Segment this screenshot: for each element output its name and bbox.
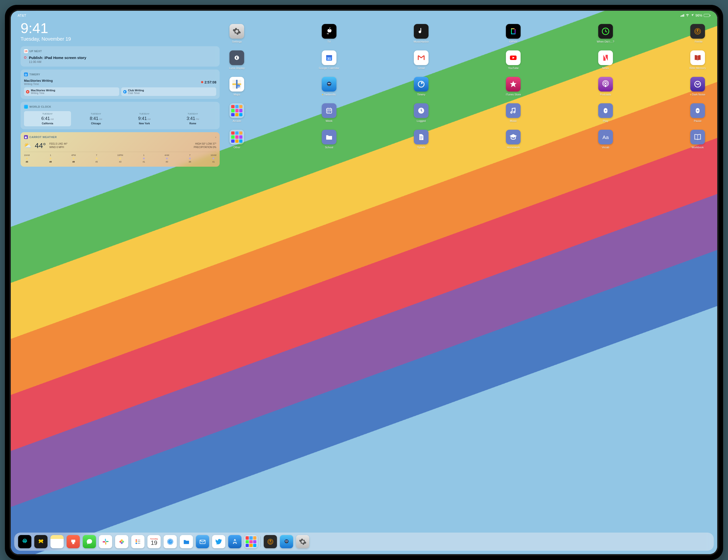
dock-mail[interactable] (196, 535, 209, 548)
dark-noise-icon (690, 77, 705, 92)
play-icon: ▶ (26, 90, 29, 94)
dock-calendar[interactable]: Tuesday 19 (147, 535, 161, 548)
when-did-i--icon (598, 24, 613, 39)
dock-slack[interactable] (99, 535, 112, 548)
svg-point-29 (329, 111, 329, 111)
dock-twitterrific[interactable] (280, 535, 293, 548)
carrot-widget[interactable]: ◉ CARROT WEATHER › ⛅ 44° FEELS LIKE 44° … (21, 132, 220, 167)
dock-twitter[interactable] (212, 535, 225, 548)
worldclock-cell[interactable]: TUESDAY 9:41 AM New York (121, 111, 168, 126)
app-syllabi[interactable]: Syllabi (411, 130, 431, 149)
timery-widget[interactable]: ◷ TIMERY MacStories Writing Writing Time… (21, 70, 220, 99)
worldclock-cell[interactable]: TUESDAY 6:41 AM California (24, 111, 71, 126)
dock-appstore[interactable] (228, 535, 241, 548)
app-play[interactable]: Play (596, 103, 615, 122)
app-giphy[interactable]: GIPHY (503, 24, 523, 43)
svg-rect-1 (511, 28, 512, 34)
app-label: Podcasts (600, 93, 611, 96)
svg-point-20 (328, 83, 329, 84)
play-icon (598, 103, 613, 118)
app-news[interactable]: News (596, 50, 615, 70)
calendar-icon: 19 (24, 49, 28, 53)
dock-safari[interactable] (164, 535, 177, 548)
app-label: MusicHarbor (414, 40, 429, 43)
dock-keynote[interactable] (67, 535, 80, 548)
wc-time: 3:41 PM (170, 116, 216, 121)
app-pause[interactable]: Pause (688, 103, 707, 122)
app-luna-display[interactable]: Luna Display (227, 50, 247, 70)
worldclock-widget[interactable]: 🌐 WORLD CLOCK TUESDAY 6:41 AM California… (21, 102, 220, 129)
folder-icon (229, 103, 244, 118)
app-other[interactable]: Other (227, 130, 247, 149)
screen: AT&T 96% 9:41 Tuesday, November 19 19 UP… (11, 11, 717, 554)
app-label: Bible Memory (689, 67, 706, 70)
app-workbook[interactable]: Workbook (688, 130, 707, 149)
settings-icon (229, 24, 244, 39)
app-youtube[interactable]: YouTube (503, 50, 523, 70)
tweetbot-icon (322, 77, 336, 92)
dock-reminders[interactable] (131, 535, 144, 548)
battery-icon (704, 14, 710, 17)
app-music[interactable]: Music (503, 103, 523, 122)
news-icon (598, 50, 613, 65)
app-timery[interactable]: Timery (411, 77, 431, 96)
google-calendar-icon: 31 (322, 50, 336, 65)
app-tweetbot[interactable]: Twitterrific (319, 77, 339, 96)
app-when-did-i-[interactable]: When Did I…? (596, 24, 615, 43)
worldclock-cell[interactable]: TUESDAY 8:41 AM Chicago (72, 111, 119, 126)
app-bible-memory[interactable]: Bible Memory (688, 50, 707, 70)
app-ferrite[interactable]: Ferrite (688, 24, 707, 43)
dock-shortcuts-folder[interactable] (244, 535, 258, 548)
app-podcasts[interactable]: Podcasts (596, 77, 615, 96)
upnext-header: UP NEXT (29, 50, 42, 53)
signal-icon (680, 14, 684, 17)
svg-rect-44 (103, 541, 105, 542)
app-label: When Did I…? (597, 40, 614, 43)
logged-icon (414, 103, 429, 118)
app-itunes-store[interactable]: iTunes Store (503, 77, 523, 96)
hourly-cell: 10PM 43 (117, 154, 123, 164)
app-label: Vocab (602, 146, 609, 149)
app-vocab[interactable]: AaVocab (596, 130, 615, 149)
homework-icon (506, 130, 521, 144)
dock-ferrite[interactable] (264, 535, 277, 548)
dock-settings[interactable] (296, 535, 309, 548)
dock-touchid[interactable] (18, 535, 31, 548)
app-label: Workbook (692, 146, 704, 149)
app-school[interactable]: School (319, 130, 339, 149)
app-settings[interactable]: Settings (227, 24, 247, 43)
pause-icon (690, 103, 705, 118)
timery-header: TIMERY (29, 73, 40, 76)
app-musicharbor[interactable]: MusicHarbor (411, 24, 431, 43)
timer-card[interactable]: ▶ MacStories Writing Writing Time (24, 87, 119, 96)
dock-photos[interactable] (115, 535, 128, 548)
app-google-calendar[interactable]: 31Google Calendar (319, 50, 339, 70)
app-tv[interactable]: tvTV (319, 24, 339, 43)
wc-time: 6:41 AM (24, 116, 71, 121)
app-gmail[interactable]: Gmail (411, 50, 431, 70)
dock-notes[interactable] (50, 535, 64, 548)
svg-rect-40 (72, 542, 74, 543)
app-label: Homework (507, 146, 520, 149)
wc-day: TUESDAY (170, 113, 216, 115)
timer-card[interactable]: ▶ Club Writing Club Timer (121, 87, 216, 96)
worldclock-cell[interactable]: TUESDAY 3:41 PM Rome (169, 111, 216, 126)
app-label: Music (510, 120, 517, 122)
ferrite-icon (690, 24, 705, 39)
svg-point-31 (327, 112, 328, 113)
svg-rect-41 (105, 539, 106, 541)
dock-messages[interactable] (83, 535, 96, 548)
app-logged[interactable]: Logged (411, 103, 431, 122)
status-bar: AT&T 96% (11, 11, 717, 19)
app-homework[interactable]: Homework (503, 130, 523, 149)
svg-rect-39 (71, 540, 75, 542)
svg-rect-10 (697, 29, 698, 32)
app-week[interactable]: Week (319, 103, 339, 122)
dock-drafts[interactable] (34, 535, 48, 548)
app-label: School (325, 146, 333, 149)
upnext-widget[interactable]: 19 UP NEXT Publish: iPad Home screen sto… (21, 46, 220, 67)
app-arcade[interactable]: Arcade (227, 103, 247, 122)
dock-files[interactable] (180, 535, 193, 548)
app-maps[interactable]: 280Maps (227, 77, 247, 96)
app-dark-noise[interactable]: Dark Noise (688, 77, 707, 96)
